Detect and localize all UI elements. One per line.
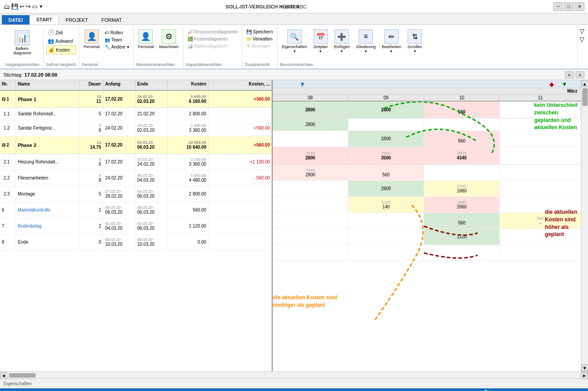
chart-row-2-3: 1120140 16802660 xyxy=(273,197,581,213)
scroll-up-arrow[interactable]: ▲ xyxy=(581,80,588,87)
scroll-thumb[interactable] xyxy=(582,88,588,106)
gantt-chart: ▼ ◆ ▼ März 08 09 10 11 2800 2800 xyxy=(273,80,581,371)
cell-nr: 2.1 xyxy=(0,154,16,170)
properties-label: Eigenschaften xyxy=(4,381,32,386)
gantt-table: Nr. Name Dauer Anfang Ende Kosten Kosten… xyxy=(0,80,273,371)
cell-kosten2: +560.00 xyxy=(208,91,272,107)
filter-buttons: ▽ ▽ xyxy=(577,27,586,69)
cell-nr: 2.2 xyxy=(0,170,16,186)
tab-start[interactable]: START xyxy=(29,15,59,24)
minimize-button[interactable]: ─ xyxy=(553,2,563,11)
eigenschaften-button[interactable]: 🔍 Eigenschaften▾ xyxy=(280,29,309,62)
aufwand-button[interactable]: 👥 Aufwand xyxy=(46,37,77,45)
table-row: ⊟ 2 Phase 2 1414.75 17.02.20 05.03.2006.… xyxy=(0,136,272,154)
table-row: 2.1 Heizung Rohinstall... 46 17.02.20 20… xyxy=(0,154,272,170)
ribbon-group-kapazitat: 📈 Ressourcendiagramm 💹 Kostendiagramm 📊 … xyxy=(184,27,242,69)
cell-dauer: 1011 xyxy=(79,91,103,107)
kostendiagramm-icon: 💹 xyxy=(188,37,193,41)
cell-name: Sanitär Rohinstall... xyxy=(16,108,79,120)
header-kosten2: Kosten, ... xyxy=(208,80,272,90)
speichern-button[interactable]: 💾 Speichern xyxy=(245,29,274,35)
bearbeiten-button[interactable]: ✏ Bearbeiten▾ xyxy=(380,29,403,62)
anzeigen-button[interactable]: 👁 Anzeigen xyxy=(245,43,274,49)
cell-ende: 09.03.2010.03.20 xyxy=(135,234,167,250)
cell-kosten: 0.00 xyxy=(167,234,208,250)
cell-ende: 28.02.2002.03.20 xyxy=(135,120,167,136)
scroll-down-arrow[interactable]: ▼ xyxy=(581,364,588,371)
stichtag-value: 17.02.20 08:00 xyxy=(24,72,57,77)
personal-res-button[interactable]: 👤 Personal xyxy=(136,29,156,62)
header-name: Name xyxy=(16,80,79,90)
einfugen-button[interactable]: ➕ Einfügen▾ xyxy=(332,29,352,62)
cell-nr: 7 xyxy=(0,218,16,234)
cell-name: Sanitär Fertiginst... xyxy=(16,120,79,136)
cell-anfang: 27.02.2028.02.20 xyxy=(103,186,135,202)
cell-name: Bodenbelag xyxy=(16,218,79,234)
filter-button1[interactable]: ▽ xyxy=(580,28,584,35)
balkendiagramm2-button[interactable]: 📊 Balkendiagramm xyxy=(186,43,239,49)
maximize-button[interactable]: □ xyxy=(564,2,574,11)
horizontal-scrollbar[interactable]: ◄ ► xyxy=(0,371,588,379)
team-button[interactable]: 👥 Team xyxy=(103,37,131,43)
cell-anfang: 09.03.2006.03.20 xyxy=(103,202,135,218)
scrollen-button[interactable]: ⇅ Scrollen▾ xyxy=(406,29,424,62)
cell-ende: 28.02.2002.03.20 xyxy=(135,91,167,107)
zeitplan-icon: 📅 xyxy=(314,29,328,44)
table-row: 1.2 Sanitär Fertiginst... 56 24.02.20 28… xyxy=(0,120,272,136)
table-row: 7 Bodenbelag 2 02.03.2004.03.20 04.03.20… xyxy=(0,218,272,234)
cell-dauer: 0 xyxy=(79,234,103,250)
ribbon-group-ressourcen: 👤 Personal ⚙ Maschinen Ressourcenansicht… xyxy=(134,27,184,69)
rollen-icon: 🏷 xyxy=(105,30,109,35)
andere-button[interactable]: 🔧 Andere ▾ xyxy=(103,44,131,50)
ribbon-group-vorgangsansichten: 📊 Balken-diagramm Vorgangsansichten xyxy=(2,27,44,69)
chart-row-1-1: 2800 xyxy=(273,118,581,131)
cell-ende: 05.03.2004.03.20 xyxy=(135,170,167,186)
ressourcendiagramm-icon: 📈 xyxy=(188,29,193,34)
gliederung-button[interactable]: ≡ Gliederung▾ xyxy=(354,29,377,62)
chart-row-6: -560 560- xyxy=(273,213,581,229)
month-cell-march: März xyxy=(273,88,581,94)
balkendiagramm-button[interactable]: 📊 Balken-diagramm xyxy=(10,29,35,56)
tab-datei[interactable]: DATEI xyxy=(2,15,29,24)
cell-ende: 09.03.2006.03.20 xyxy=(135,202,167,218)
personal-large-button[interactable]: 👤 Personal xyxy=(82,29,102,62)
nav-left[interactable]: « xyxy=(565,71,574,78)
kostendiagramm-button[interactable]: 💹 Kostendiagramm xyxy=(186,36,239,42)
cell-ende: 05.03.2006.03.20 xyxy=(135,136,167,154)
chart-row-8 xyxy=(273,245,581,261)
h-scroll-thumb[interactable] xyxy=(9,373,36,378)
kosten-button[interactable]: 💰 Kosten xyxy=(46,45,77,54)
cell-dauer: 5 xyxy=(79,186,103,202)
cell-kosten: 2 240.003 360.00 xyxy=(167,154,208,170)
ressourcendiagramm-button[interactable]: 📈 Ressourcendiagramm xyxy=(186,29,239,35)
zeit-icon: 🕐 xyxy=(48,29,54,36)
tab-format[interactable]: FORMAT xyxy=(95,15,129,24)
verwalten-button[interactable]: 📁 Verwalten xyxy=(245,36,274,42)
h-scroll-left[interactable]: ◄ xyxy=(0,372,7,379)
nav-right[interactable]: » xyxy=(576,71,584,78)
tab-projekt[interactable]: PROJEKT xyxy=(59,15,95,24)
einfugen-icon: ➕ xyxy=(335,29,349,44)
aufwand-icon: 👥 xyxy=(48,38,54,44)
cell-ende: 21.02.20 xyxy=(135,108,167,120)
zusatz-label: Zusatzansicht xyxy=(245,62,274,68)
maschinen-button[interactable]: ⚙ Maschinen xyxy=(157,29,180,62)
cell-name: Heizung Rohinstall... xyxy=(16,154,79,170)
rollen-button[interactable]: 🏷 Rollen xyxy=(103,29,131,36)
h-scroll-right[interactable]: ► xyxy=(581,372,588,379)
cell-nr: 1.2 xyxy=(0,120,16,136)
cell-kosten: 5 600.006 160.00 xyxy=(167,91,208,107)
zeitplan-button[interactable]: 📅 Zeitplan▾ xyxy=(312,29,330,62)
cell-nr: ⊟ 2 xyxy=(0,136,16,154)
chart-body: 2800 2800 - 560 2800 2800 -560 xyxy=(273,102,581,371)
cell-anfang: 09.03.2010.03.20 xyxy=(103,234,135,250)
header-anfang: Anfang xyxy=(103,80,135,90)
vertical-scrollbar[interactable]: ▲ ▼ xyxy=(581,80,588,371)
cell-kosten: 10 080.0010 640.00 xyxy=(167,136,208,154)
balkendiagramm2-icon: 📊 xyxy=(188,44,193,49)
chart-row-phase2: 22402800 39203500 39204340 xyxy=(273,147,581,165)
zeit-button[interactable]: 🕐 Zeit xyxy=(46,29,77,37)
filter-button2[interactable]: ▽ xyxy=(580,36,584,43)
active-tab-title: SOLL-IST-VERGLEICH KOSTEN xyxy=(0,4,553,9)
close-button[interactable]: ✕ xyxy=(575,2,584,11)
